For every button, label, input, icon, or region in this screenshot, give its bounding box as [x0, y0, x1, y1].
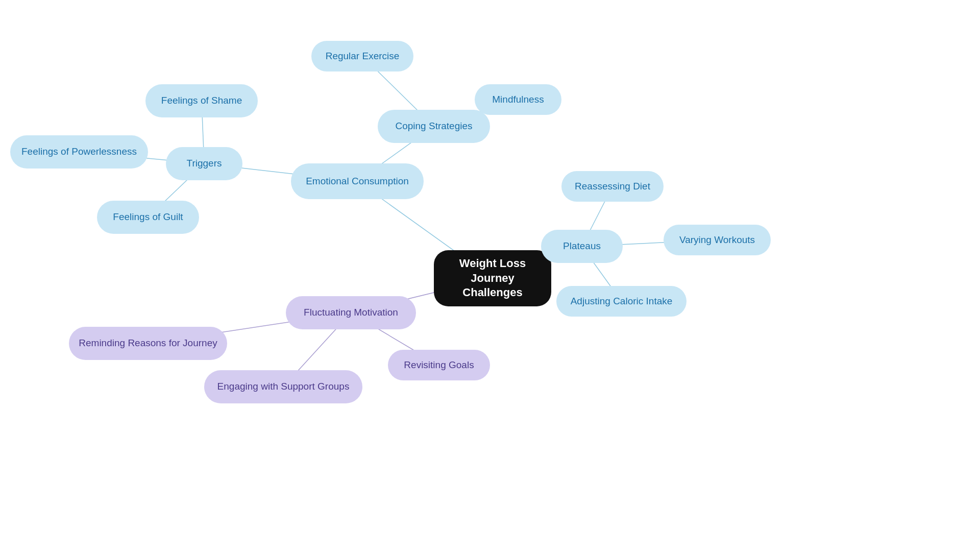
node-revisiting_goals: Revisiting Goals	[388, 350, 490, 380]
node-adjusting_caloric: Adjusting Caloric Intake	[556, 286, 687, 317]
node-mindfulness: Mindfulness	[475, 84, 561, 115]
node-plateaus: Plateaus	[541, 230, 623, 263]
node-reminding_reasons: Reminding Reasons for Journey	[69, 327, 227, 360]
node-fluctuating_motivation: Fluctuating Motivation	[286, 296, 416, 329]
node-varying_workouts: Varying Workouts	[664, 225, 771, 255]
node-feelings_shame: Feelings of Shame	[145, 84, 258, 117]
node-feelings_powerlessness: Feelings of Powerlessness	[10, 135, 148, 169]
node-center: Weight Loss Journey Challenges	[434, 250, 551, 306]
node-regular_exercise: Regular Exercise	[311, 41, 413, 71]
mind-map-svg: Weight Loss Journey ChallengesEmotional …	[0, 0, 980, 553]
node-feelings_guilt: Feelings of Guilt	[97, 201, 199, 234]
node-triggers: Triggers	[166, 147, 242, 180]
node-coping_strategies: Coping Strategies	[378, 110, 490, 143]
node-engaging_support: Engaging with Support Groups	[204, 370, 362, 403]
node-emotional_consumption: Emotional Consumption	[291, 163, 424, 199]
node-reassessing_diet: Reassessing Diet	[561, 171, 664, 202]
